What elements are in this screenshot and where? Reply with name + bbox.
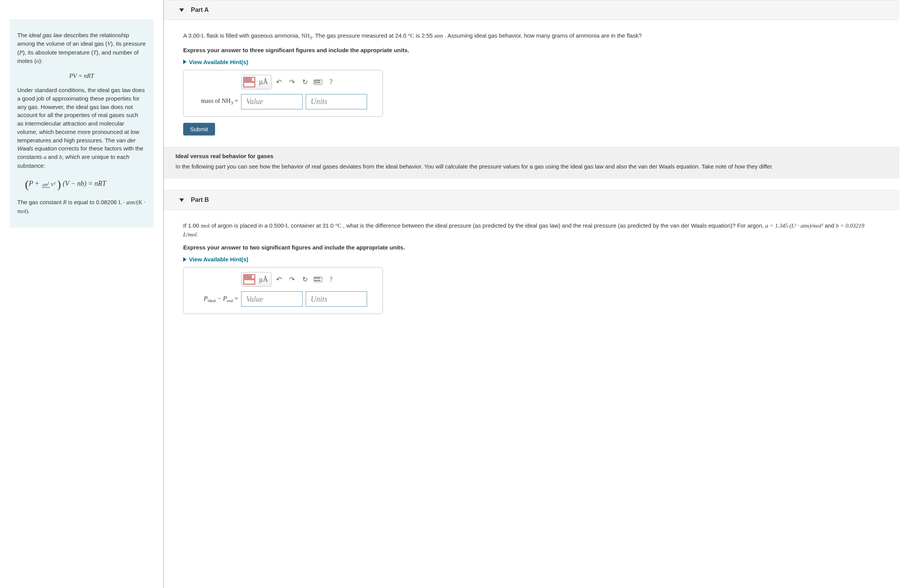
equation-ideal-gas: PV = nRT xyxy=(17,71,146,80)
equation-editor-icon xyxy=(243,77,255,88)
term-ideal-gas-law: ideal gas law xyxy=(29,32,62,38)
hints-label: View Available Hint(s) xyxy=(189,256,248,263)
part-a-header[interactable]: Part A xyxy=(164,0,899,20)
unit-mol: mol xyxy=(201,223,210,229)
unit-atm: atm xyxy=(434,33,443,39)
answer-label-b: Pideal − Preal = xyxy=(191,295,238,303)
view-hints-link[interactable]: View Available Hint(s) xyxy=(183,59,880,65)
view-hints-link[interactable]: View Available Hint(s) xyxy=(183,256,880,263)
text: A 3.00- xyxy=(183,32,202,39)
part-a-instruction: Express your answer to three significant… xyxy=(183,47,880,53)
text: of argon is placed in a 0.500- xyxy=(210,222,286,229)
part-b-instruction: Express your answer to two significant f… xyxy=(183,244,880,251)
toolbar-group: µÅ xyxy=(241,272,271,287)
text: The xyxy=(17,32,29,38)
special-chars-button[interactable]: µÅ xyxy=(257,76,270,88)
part-a-label: Part A xyxy=(191,7,209,13)
text: , what is the difference between the ide… xyxy=(341,222,765,229)
section-note-title: Ideal versus real behavior for gases xyxy=(175,153,888,159)
var-p: P xyxy=(19,50,23,56)
equation-editor-icon xyxy=(243,274,255,285)
text: is 2.55 xyxy=(414,32,434,39)
units-input[interactable]: Units xyxy=(306,291,367,307)
var-b: b xyxy=(59,154,62,160)
equation-van-der-waals: (P + an2V2) (V − nb) = nRT xyxy=(25,176,146,193)
answer-toolbar: µÅ ↶ ↷ ↻ ? xyxy=(241,272,375,287)
var-t: T xyxy=(93,50,96,56)
equation-editor-button[interactable] xyxy=(243,274,256,285)
formula-nh3: NH3 xyxy=(301,33,312,39)
unit-degc: °C xyxy=(335,223,341,229)
part-b-body: If 1.00 mol of argon is placed in a 0.50… xyxy=(164,221,899,325)
text: is equal to 0.08206 xyxy=(66,199,118,205)
chevron-down-icon xyxy=(179,8,184,12)
text: . xyxy=(197,231,198,238)
redo-button[interactable]: ↷ xyxy=(286,76,298,88)
answer-box-b: µÅ ↶ ↷ ↻ ? Pideal − Preal = Value Units xyxy=(183,267,383,314)
part-a-body: A 3.00-L flask is filled with gaseous am… xyxy=(164,31,899,147)
help-button[interactable]: ? xyxy=(325,274,337,285)
text: and xyxy=(46,154,59,160)
text: . The gas pressure measured at 24.0 xyxy=(312,32,408,39)
keyboard-button[interactable] xyxy=(312,274,324,285)
text: and xyxy=(823,222,836,229)
sidebar-para-2: Under standard conditions, the ideal gas… xyxy=(17,86,146,170)
sidebar-para-1: The ideal gas law describes the relation… xyxy=(17,31,146,66)
unit-l: L xyxy=(286,223,289,229)
keyboard-icon xyxy=(314,79,322,85)
text: ): xyxy=(39,58,43,64)
unit-degc: °C xyxy=(408,33,414,39)
keyboard-icon xyxy=(314,277,322,282)
sidebar-para-3: The gas constant R is equal to 0.08206 L… xyxy=(17,198,146,216)
main-content: Part A A 3.00-L flask is filled with gas… xyxy=(163,0,907,588)
text: container at 31.0 xyxy=(289,222,335,229)
part-a-question: A 3.00-L flask is filled with gaseous am… xyxy=(183,31,880,41)
part-b-header[interactable]: Part B xyxy=(164,190,899,210)
info-box: The ideal gas law describes the relation… xyxy=(10,19,154,228)
part-b-question: If 1.00 mol of argon is placed in a 0.50… xyxy=(183,221,880,239)
undo-button[interactable]: ↶ xyxy=(273,274,285,285)
text: . xyxy=(28,208,30,214)
special-chars-button[interactable]: µÅ xyxy=(257,274,270,285)
part-b-label: Part B xyxy=(191,197,209,203)
text: . Assuming ideal gas behavior, how many … xyxy=(443,32,642,39)
sidebar: The ideal gas law describes the relation… xyxy=(0,0,163,588)
constant-a: a = 1.345 (L² · atm)/mol² xyxy=(765,223,823,229)
keyboard-button[interactable] xyxy=(312,76,324,88)
section-note: Ideal versus real behavior for gases In … xyxy=(164,147,899,179)
units-input[interactable]: Units xyxy=(306,94,367,109)
value-input[interactable]: Value xyxy=(241,94,303,109)
value-input[interactable]: Value xyxy=(241,291,303,307)
undo-button[interactable]: ↶ xyxy=(273,76,285,88)
text: ), its absolute temperature ( xyxy=(23,49,93,56)
text: If 1.00 xyxy=(183,222,201,229)
answer-toolbar: µÅ ↶ ↷ ↻ ? xyxy=(241,75,375,89)
chevron-right-icon xyxy=(183,59,187,64)
chevron-down-icon xyxy=(179,198,184,202)
var-a: a xyxy=(43,154,46,160)
redo-button[interactable]: ↷ xyxy=(286,274,298,285)
chevron-right-icon xyxy=(183,257,187,262)
submit-button[interactable]: Submit xyxy=(183,123,215,135)
toolbar-group: µÅ xyxy=(241,75,271,89)
reset-button[interactable]: ↻ xyxy=(299,76,311,88)
reset-button[interactable]: ↻ xyxy=(299,274,311,285)
section-note-body: In the following part you can see how th… xyxy=(175,162,888,171)
unit-l: L xyxy=(202,33,205,39)
answer-box-a: µÅ ↶ ↷ ↻ ? mass of NH3 = Value Units xyxy=(183,70,383,117)
hints-label: View Available Hint(s) xyxy=(189,59,248,65)
text: The gas constant xyxy=(17,199,63,205)
var-n: n xyxy=(36,58,39,64)
text: Under standard conditions, the ideal gas… xyxy=(17,87,145,144)
equation-editor-button[interactable] xyxy=(243,76,256,88)
text: flask is filled with gaseous ammonia, xyxy=(205,32,301,39)
help-button[interactable]: ? xyxy=(325,76,337,88)
answer-label-a: mass of NH3 = xyxy=(191,97,238,106)
